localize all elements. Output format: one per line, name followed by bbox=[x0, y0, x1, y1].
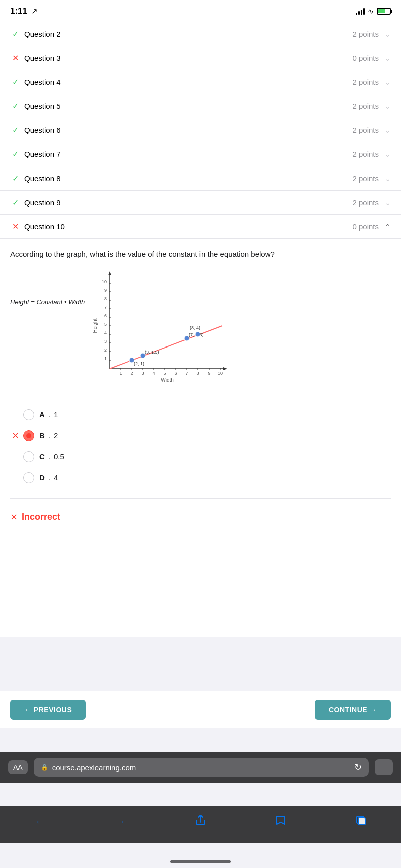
question-row-8[interactable]: ✓ Question 8 2 points ⌄ bbox=[0, 166, 401, 191]
answer-value-b: 2 bbox=[54, 431, 58, 440]
browser-bar: AA 🔒 course.apexlearning.com ↻ bbox=[0, 752, 401, 783]
tabs-button[interactable] bbox=[347, 811, 374, 833]
question-row-3[interactable]: ✕ Question 3 0 points ⌄ bbox=[0, 46, 401, 70]
graph-svg: 1 2 3 4 5 6 7 8 9 10 bbox=[90, 268, 391, 386]
svg-text:(8, 4): (8, 4) bbox=[190, 325, 200, 330]
svg-text:3: 3 bbox=[142, 371, 144, 376]
question-label-3: Question 3 bbox=[24, 54, 352, 62]
svg-text:10: 10 bbox=[102, 279, 107, 284]
question-label-6: Question 6 bbox=[24, 126, 352, 134]
ios-toolbar: ← → bbox=[0, 806, 401, 843]
status-icons: ∿ bbox=[356, 7, 391, 15]
answer-choices: ✕ A . 1 ✕ B . 2 ✕ C . 0.5 bbox=[10, 399, 391, 493]
browser-url-bar[interactable]: 🔒 course.apexlearning.com ↻ bbox=[34, 758, 369, 777]
chevron-down-icon: ⌄ bbox=[385, 78, 391, 86]
correct-icon: ✓ bbox=[10, 173, 20, 183]
svg-text:4: 4 bbox=[153, 371, 155, 376]
question-points-6: 2 points bbox=[352, 126, 379, 134]
question-row-2[interactable]: ✓ Question 2 2 points ⌄ bbox=[0, 22, 401, 46]
question-points-3: 0 points bbox=[352, 54, 379, 62]
signal-icon bbox=[356, 8, 365, 15]
svg-text:Width: Width bbox=[161, 377, 174, 383]
svg-text:3: 3 bbox=[104, 339, 107, 344]
question-points-2: 2 points bbox=[352, 30, 379, 38]
status-time: 1:11 bbox=[10, 6, 27, 16]
svg-text:(3, 1.5): (3, 1.5) bbox=[145, 350, 159, 355]
chevron-up-icon: ⌃ bbox=[385, 223, 391, 231]
svg-text:Height: Height bbox=[92, 318, 98, 333]
question-points-9: 2 points bbox=[352, 198, 379, 207]
bookmarks-button[interactable] bbox=[267, 811, 294, 833]
correct-icon: ✓ bbox=[10, 125, 20, 135]
radio-c[interactable] bbox=[23, 451, 34, 462]
answer-row-c[interactable]: ✕ C . 0.5 bbox=[10, 446, 391, 467]
continue-button[interactable]: CONTINUE → bbox=[315, 700, 391, 720]
refresh-icon[interactable]: ↻ bbox=[354, 762, 362, 773]
question-label-4: Question 4 bbox=[24, 78, 352, 86]
question-label-10: Question 10 bbox=[24, 222, 352, 231]
status-bar: 1:11 ↗ ∿ bbox=[0, 0, 401, 22]
browser-extra-btn[interactable] bbox=[375, 759, 393, 775]
share-button[interactable] bbox=[187, 811, 214, 833]
correct-icon: ✓ bbox=[10, 149, 20, 159]
forward-button[interactable]: → bbox=[107, 811, 134, 832]
location-arrow-icon: ↗ bbox=[31, 7, 38, 16]
correct-icon: ✓ bbox=[10, 29, 20, 39]
svg-text:1: 1 bbox=[120, 371, 122, 376]
answer-value-a: 1 bbox=[54, 410, 58, 419]
lock-icon: 🔒 bbox=[41, 764, 48, 771]
question-label-8: Question 8 bbox=[24, 174, 352, 183]
divider-1 bbox=[10, 394, 391, 394]
chevron-down-icon: ⌄ bbox=[385, 150, 391, 158]
svg-line-46 bbox=[110, 326, 222, 369]
svg-marker-2 bbox=[108, 271, 111, 275]
svg-text:2: 2 bbox=[104, 348, 107, 353]
incorrect-icon-10: ✕ bbox=[10, 222, 20, 231]
correct-icon: ✓ bbox=[10, 198, 20, 207]
feedback-row: ✕ Incorrect bbox=[10, 504, 391, 527]
radio-d[interactable] bbox=[23, 472, 34, 483]
chevron-down-icon: ⌄ bbox=[385, 126, 391, 134]
svg-text:7: 7 bbox=[186, 371, 188, 376]
home-indicator bbox=[170, 860, 231, 863]
answer-value-c: 0.5 bbox=[54, 452, 64, 461]
correct-icon: ✓ bbox=[10, 101, 20, 111]
question-label-9: Question 9 bbox=[24, 198, 352, 207]
browser-aa[interactable]: AA bbox=[8, 760, 28, 774]
chevron-down-icon: ⌄ bbox=[385, 102, 391, 110]
radio-b[interactable] bbox=[23, 430, 34, 441]
svg-text:4: 4 bbox=[104, 330, 107, 335]
svg-text:7: 7 bbox=[104, 305, 107, 310]
question-row-9[interactable]: ✓ Question 9 2 points ⌄ bbox=[0, 191, 401, 215]
back-button[interactable]: ← bbox=[27, 811, 54, 832]
previous-button[interactable]: ← PREVIOUS bbox=[10, 700, 86, 720]
chevron-down-icon: ⌄ bbox=[385, 175, 391, 183]
chevron-down-icon: ⌄ bbox=[385, 30, 391, 38]
question-row-7[interactable]: ✓ Question 7 2 points ⌄ bbox=[0, 142, 401, 166]
question-row-4[interactable]: ✓ Question 4 2 points ⌄ bbox=[0, 70, 401, 94]
answer-mark-b: ✕ bbox=[10, 430, 20, 441]
answer-row-a[interactable]: ✕ A . 1 bbox=[10, 404, 391, 425]
svg-text:1: 1 bbox=[104, 356, 107, 361]
question-row-5[interactable]: ✓ Question 5 2 points ⌄ bbox=[0, 94, 401, 118]
question-points-4: 2 points bbox=[352, 78, 379, 86]
svg-text:8: 8 bbox=[104, 296, 107, 301]
chevron-down-icon: ⌄ bbox=[385, 199, 391, 207]
chevron-down-icon: ⌄ bbox=[385, 54, 391, 62]
question-row-10[interactable]: ✕ Question 10 0 points ⌃ bbox=[0, 215, 401, 239]
answer-row-d[interactable]: ✕ D . 4 bbox=[10, 467, 391, 488]
svg-text:(2, 1): (2, 1) bbox=[134, 361, 144, 366]
question-points-7: 2 points bbox=[352, 150, 379, 158]
svg-text:5: 5 bbox=[164, 371, 166, 376]
graph-container: Height = Constant • Width 1 bbox=[10, 268, 391, 386]
battery-icon bbox=[377, 8, 391, 15]
bottom-nav: ← PREVIOUS CONTINUE → bbox=[0, 691, 401, 728]
answer-row-b[interactable]: ✕ B . 2 bbox=[10, 425, 391, 446]
question-row-6[interactable]: ✓ Question 6 2 points ⌄ bbox=[0, 118, 401, 142]
incorrect-icon: ✕ bbox=[10, 53, 20, 63]
feedback-text: Incorrect bbox=[22, 512, 60, 523]
question-points-5: 2 points bbox=[352, 102, 379, 110]
question-label-2: Question 2 bbox=[24, 30, 352, 38]
radio-a[interactable] bbox=[23, 409, 34, 420]
answer-letter-d: D bbox=[39, 473, 45, 482]
